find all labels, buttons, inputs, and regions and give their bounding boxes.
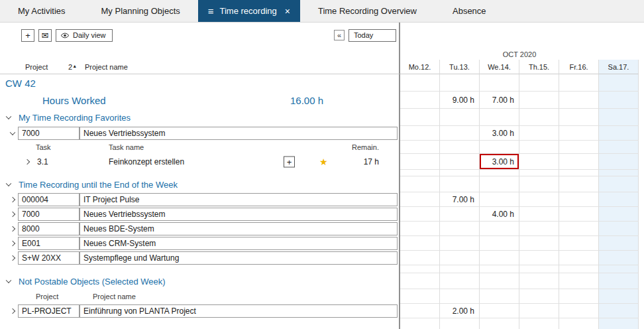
time-cell[interactable] xyxy=(400,154,440,170)
time-cell[interactable] xyxy=(519,154,559,170)
time-cell[interactable] xyxy=(519,207,559,222)
project-name-field[interactable]: Einführung von PLANTA Project xyxy=(80,304,398,318)
tab-time-recording[interactable]: ≡ Time recording × xyxy=(198,0,300,22)
time-cell[interactable] xyxy=(599,304,639,318)
time-cell[interactable] xyxy=(400,222,440,236)
chevron-right-icon[interactable] xyxy=(10,197,15,202)
time-cell[interactable] xyxy=(400,126,440,141)
time-cell[interactable] xyxy=(599,236,639,251)
day-cell xyxy=(599,273,639,289)
mail-button[interactable]: ✉ xyxy=(38,29,52,42)
time-cell[interactable]: 7.00 h xyxy=(440,192,480,207)
sort-indicator[interactable]: 2▲ xyxy=(68,63,77,71)
chevron-down-icon[interactable] xyxy=(10,130,15,135)
time-cell[interactable] xyxy=(440,207,480,222)
time-cell[interactable] xyxy=(519,222,559,236)
project-code-field[interactable]: 7000 xyxy=(18,127,80,140)
chevron-right-icon[interactable] xyxy=(10,308,15,314)
time-cell[interactable] xyxy=(519,126,559,141)
time-cell[interactable] xyxy=(519,251,559,265)
time-cell[interactable] xyxy=(559,222,599,236)
time-cell[interactable] xyxy=(440,154,480,170)
chevron-right-icon[interactable] xyxy=(10,241,15,246)
favorite-star-icon[interactable]: ★ xyxy=(319,157,328,167)
time-cell[interactable] xyxy=(559,192,599,207)
time-cell[interactable] xyxy=(559,251,599,265)
time-cell[interactable] xyxy=(599,251,639,265)
add-time-entry-button[interactable]: + xyxy=(284,157,295,168)
tab-my-activities[interactable]: My Activities xyxy=(0,0,83,22)
section-title[interactable]: Time Recording until the End of the Week xyxy=(19,180,178,190)
project-name-field[interactable]: IT Project Pulse xyxy=(80,193,398,206)
add-button[interactable]: + xyxy=(21,29,34,42)
time-cell[interactable] xyxy=(400,251,440,265)
time-cell[interactable] xyxy=(480,222,519,236)
time-cell[interactable] xyxy=(559,126,599,141)
time-cell[interactable]: 2.00 h xyxy=(440,304,480,318)
chevron-down-icon[interactable] xyxy=(6,181,11,186)
time-cell[interactable] xyxy=(440,126,480,141)
project-name-field[interactable]: Systempflege und Wartung xyxy=(80,251,398,265)
time-cell[interactable] xyxy=(559,207,599,222)
chevron-right-icon[interactable] xyxy=(25,159,30,164)
project-name-field[interactable]: Neues CRM-System xyxy=(80,237,398,250)
project-code-field[interactable]: PL-PROJECT xyxy=(18,304,80,318)
time-cell[interactable] xyxy=(559,236,599,251)
day-cell xyxy=(519,74,559,92)
time-cell[interactable] xyxy=(480,304,519,318)
time-cell[interactable]: 4.00 h xyxy=(480,207,519,222)
tab-absence[interactable]: Absence xyxy=(435,0,504,22)
time-cell[interactable] xyxy=(400,304,440,318)
time-cell[interactable] xyxy=(400,192,440,207)
time-cell[interactable] xyxy=(480,192,519,207)
chevron-right-icon[interactable] xyxy=(10,255,15,261)
time-cell-highlighted[interactable]: 3.00 h xyxy=(480,154,519,170)
row-strip xyxy=(639,273,644,289)
project-name-field[interactable]: Neues BDE-System xyxy=(80,222,398,235)
project-code-field[interactable]: 000004 xyxy=(18,193,80,206)
chevron-right-icon[interactable] xyxy=(10,226,15,231)
section-title[interactable]: Not Postable Objects (Selected Week) xyxy=(19,277,166,287)
project-code-field[interactable]: 7000 xyxy=(18,208,80,221)
project-column-header[interactable]: Project xyxy=(25,63,48,71)
project-code-field[interactable]: 8000 xyxy=(18,222,80,235)
project-code-field[interactable]: S+W 20XX xyxy=(18,251,80,265)
time-cell[interactable] xyxy=(599,126,639,141)
plus-icon: + xyxy=(287,158,292,166)
view-mode-selector[interactable]: Daily view xyxy=(56,29,113,42)
project-code-field[interactable]: E001 xyxy=(18,237,80,250)
chevron-down-icon[interactable] xyxy=(6,278,11,283)
menu-icon[interactable]: ≡ xyxy=(208,6,214,16)
section-title[interactable]: My Time Recording Favorites xyxy=(19,113,131,123)
chevron-right-icon[interactable] xyxy=(10,212,15,217)
project-name-field[interactable]: Neues Vertriebssystem xyxy=(80,127,398,140)
day-total-cell xyxy=(400,92,440,109)
close-icon[interactable]: × xyxy=(285,6,290,17)
time-cell[interactable] xyxy=(440,222,480,236)
time-cell[interactable] xyxy=(599,192,639,207)
time-cell[interactable] xyxy=(599,222,639,236)
today-selector[interactable]: Today xyxy=(349,29,396,42)
time-cell[interactable] xyxy=(559,304,599,318)
tab-time-recording-overview[interactable]: Time Recording Overview xyxy=(300,0,435,22)
time-cell[interactable] xyxy=(480,236,519,251)
day-cell xyxy=(400,289,440,304)
time-cell[interactable] xyxy=(400,236,440,251)
project-name-column-header[interactable]: Project name xyxy=(85,63,128,71)
time-cell[interactable] xyxy=(440,236,480,251)
time-cell[interactable] xyxy=(519,192,559,207)
project-name-field[interactable]: Neues Vertriebssystem xyxy=(80,208,398,221)
time-cell[interactable]: 3.00 h xyxy=(480,126,519,141)
time-cell[interactable] xyxy=(440,251,480,265)
task-column-header: Task xyxy=(36,143,51,151)
time-cell[interactable] xyxy=(599,154,639,170)
time-cell[interactable] xyxy=(480,251,519,265)
tab-my-planning-objects[interactable]: My Planning Objects xyxy=(83,0,198,22)
time-cell[interactable] xyxy=(519,304,559,318)
time-cell[interactable] xyxy=(519,236,559,251)
previous-period-button[interactable]: « xyxy=(334,30,345,40)
chevron-down-icon[interactable] xyxy=(6,114,11,119)
time-cell[interactable] xyxy=(599,207,639,222)
time-cell[interactable] xyxy=(559,154,599,170)
time-cell[interactable] xyxy=(400,207,440,222)
